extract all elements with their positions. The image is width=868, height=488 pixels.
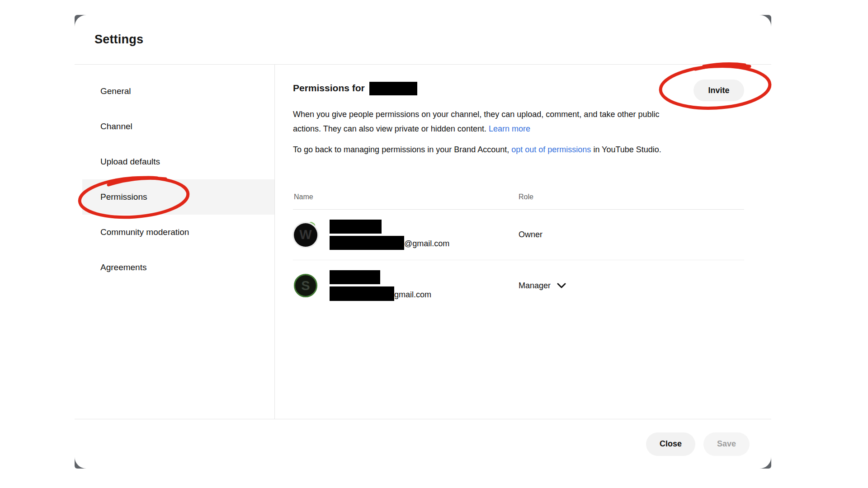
- sidebar-item-permissions[interactable]: Permissions: [82, 179, 274, 215]
- avatar-manager: S: [294, 274, 317, 297]
- email-line: gmail.com: [330, 286, 431, 301]
- panel-heading-row: Permissions for: [293, 81, 744, 95]
- table-row-owner: W @gmail.com Owner: [293, 210, 744, 260]
- redaction-box-channel-name: [369, 82, 417, 95]
- close-button[interactable]: Close: [646, 432, 695, 456]
- description-line2: actions. They can also view private or h…: [293, 124, 486, 133]
- save-button-disabled[interactable]: Save: [703, 432, 750, 456]
- brand-note-post: in YouTube Studio.: [593, 145, 661, 154]
- invite-button[interactable]: Invite: [693, 80, 744, 101]
- name-and-email: @gmail.com: [330, 220, 449, 250]
- person-cell: W @gmail.com: [294, 220, 519, 250]
- brand-account-note: To go back to managing permissions in yo…: [293, 142, 744, 157]
- redaction-box-email: [330, 236, 404, 250]
- name-and-email: gmail.com: [330, 270, 431, 301]
- settings-sidebar: General Channel Upload defaults Permissi…: [75, 65, 275, 419]
- opt-out-link[interactable]: opt out of permissions: [511, 145, 591, 154]
- dialog-footer: Close Save: [75, 419, 771, 469]
- avatar-owner: W: [294, 223, 317, 247]
- settings-dialog: Settings General Channel Upload defaults…: [75, 15, 771, 469]
- description-line1: When you give people permissions on your…: [293, 110, 659, 119]
- person-cell: S gmail.com: [294, 270, 519, 301]
- sidebar-item-channel[interactable]: Channel: [75, 109, 274, 144]
- learn-more-link[interactable]: Learn more: [489, 124, 530, 133]
- brand-note-pre: To go back to managing permissions in yo…: [293, 145, 509, 154]
- avatar-letter: S: [301, 278, 310, 293]
- avatar-letter: W: [299, 227, 311, 242]
- table-row-manager: S gmail.com Manager: [293, 260, 744, 311]
- column-header-role: Role: [519, 193, 744, 201]
- dialog-header: Settings: [75, 15, 771, 65]
- permissions-table: Name Role W @gmail.com: [293, 180, 744, 311]
- column-header-name: Name: [294, 193, 519, 201]
- email-suffix: @gmail.com: [404, 238, 449, 250]
- sidebar-item-community-moderation[interactable]: Community moderation: [75, 215, 274, 250]
- permissions-description: When you give people permissions on your…: [293, 107, 744, 136]
- dialog-title: Settings: [94, 33, 143, 47]
- redaction-box-email: [330, 286, 394, 301]
- role-dropdown-manager[interactable]: Manager: [519, 281, 566, 291]
- email-suffix: gmail.com: [394, 289, 431, 301]
- role-value: Manager: [519, 281, 551, 291]
- role-cell-owner: Owner: [519, 230, 744, 239]
- panel-heading: Permissions for: [293, 83, 365, 94]
- table-header-row: Name Role: [293, 180, 744, 210]
- permissions-panel: Permissions for Invite When you give peo…: [275, 65, 771, 419]
- sidebar-item-general[interactable]: General: [75, 74, 274, 109]
- email-line: @gmail.com: [330, 236, 449, 250]
- chevron-down-icon: [557, 283, 566, 288]
- sidebar-item-agreements[interactable]: Agreements: [75, 250, 274, 285]
- redaction-box-name: [330, 220, 382, 234]
- redaction-box-name: [330, 270, 380, 284]
- avatar-accent: [308, 221, 316, 228]
- sidebar-item-upload-defaults[interactable]: Upload defaults: [75, 144, 274, 179]
- dialog-body: General Channel Upload defaults Permissi…: [75, 65, 771, 419]
